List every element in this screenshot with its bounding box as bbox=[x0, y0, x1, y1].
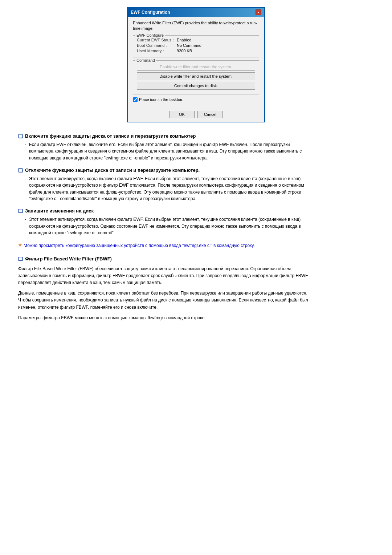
ewf-configure-group: EWF Configure Current EWF Staus : Enable… bbox=[133, 35, 259, 57]
bullet-dash-1: - bbox=[25, 141, 26, 162]
note-row: ※ Можно просмотреть конфигурацию защищен… bbox=[18, 242, 309, 249]
dialog-titlebar: EWF Configuration × bbox=[128, 8, 264, 17]
commit-changes-button[interactable]: Commit changes to disk. bbox=[137, 82, 255, 90]
disable-write-filter-button[interactable]: Disable write filter and restart the sys… bbox=[137, 72, 255, 80]
section-3-heading: ❑ Запишите изменения на диск bbox=[18, 208, 309, 214]
section-1-heading: ❑ Включите функцию защиты диска от запис… bbox=[18, 133, 309, 139]
ewf-dialog: EWF Configuration × Enhanced Write Filte… bbox=[127, 7, 265, 122]
taskbar-checkbox[interactable] bbox=[133, 97, 138, 102]
taskbar-checkbox-row: Place icon in the taskbar. bbox=[133, 97, 259, 102]
section-3-icon: ❑ bbox=[18, 208, 23, 214]
fbwf-heading: ❑ Фильтр File-Based Write Filter (FBWF) bbox=[18, 256, 309, 262]
dialog-container: EWF Configuration × Enhanced Write Filte… bbox=[7, 7, 385, 122]
ewf-status-value: Enabled bbox=[177, 38, 191, 42]
ewf-configure-label: EWF Configure bbox=[135, 33, 165, 37]
section-3-bullet-text-1: Этот элемент активируется, когда включен… bbox=[29, 216, 309, 236]
used-memory-value: 9200 KB bbox=[177, 49, 192, 53]
close-button[interactable]: × bbox=[256, 9, 261, 15]
main-content: ❑ Включите функцию защиты диска от запис… bbox=[7, 133, 319, 321]
section-1-bullet-1: - Если фильтр EWF отключен, включите его… bbox=[25, 141, 309, 162]
section-1-bullet-text-1: Если фильтр EWF отключен, включите его. … bbox=[29, 141, 309, 162]
fbwf-paragraph-2: Данные, помещенные в кэш, сохраняются, п… bbox=[18, 290, 309, 311]
command-group: Command Enable write filter and restart … bbox=[133, 60, 259, 94]
section-1-icon: ❑ bbox=[18, 133, 23, 139]
bullet-dash-2: - bbox=[25, 175, 26, 202]
fbwf-title: Фильтр File-Based Write Filter (FBWF) bbox=[25, 256, 112, 262]
used-memory-row: Used Memory : 9200 KB bbox=[137, 49, 255, 53]
section-2-bullet-text-1: Этот элемент активируется, когда включен… bbox=[29, 175, 309, 202]
fbwf-section: ❑ Фильтр File-Based Write Filter (FBWF) … bbox=[18, 256, 309, 321]
used-memory-label: Used Memory : bbox=[137, 49, 177, 53]
section-1-body: - Если фильтр EWF отключен, включите его… bbox=[25, 141, 309, 162]
section-2-bullet-1: - Этот элемент активируется, когда включ… bbox=[25, 175, 309, 202]
boot-command-value: No Command bbox=[177, 43, 201, 48]
fbwf-paragraph-1: Фильтр File-Based Write Filter (FBWF) об… bbox=[18, 266, 309, 287]
enable-write-filter-button[interactable]: Enable write filter and restart the syst… bbox=[137, 63, 255, 71]
section-3-body: - Этот элемент активируется, когда включ… bbox=[25, 216, 309, 236]
fbwf-icon: ❑ bbox=[18, 256, 23, 262]
taskbar-checkbox-label: Place icon in the taskbar. bbox=[139, 97, 183, 102]
dialog-title: EWF Configuration bbox=[131, 10, 170, 15]
ewf-status-label: Current EWF Staus : bbox=[137, 38, 177, 42]
section-2-heading: ❑ Отключите функцию защиты диска от запи… bbox=[18, 167, 309, 173]
command-label: Command bbox=[135, 58, 156, 62]
dialog-description: Enhanced Write Filter (EWF) provides the… bbox=[133, 20, 259, 32]
section-3-bullet-1: - Этот элемент активируется, когда включ… bbox=[25, 216, 309, 236]
dialog-footer: OK Cancel bbox=[128, 109, 264, 122]
section-2-body: - Этот элемент активируется, когда включ… bbox=[25, 175, 309, 202]
fbwf-paragraph-3: Параметры фильтра FBWF можно менять с по… bbox=[18, 315, 309, 321]
ok-button[interactable]: OK bbox=[169, 111, 195, 118]
ewf-status-row: Current EWF Staus : Enabled bbox=[137, 38, 255, 42]
note-icon: ※ bbox=[18, 242, 22, 248]
section-3-title: Запишите изменения на диск bbox=[25, 208, 94, 214]
boot-command-label: Boot Command : bbox=[137, 43, 177, 48]
boot-command-row: Boot Command : No Command bbox=[137, 43, 255, 48]
note-text: Можно просмотреть конфигурацию защищенны… bbox=[24, 242, 255, 249]
cancel-button[interactable]: Cancel bbox=[197, 111, 223, 118]
section-1-title: Включите функцию защиты диска от записи … bbox=[25, 133, 196, 139]
bullet-dash-3: - bbox=[25, 216, 26, 236]
section-2-title: Отключите функцию защиты диска от записи… bbox=[25, 167, 200, 173]
section-2-icon: ❑ bbox=[18, 167, 23, 173]
dialog-body: Enhanced Write Filter (EWF) provides the… bbox=[128, 17, 264, 109]
